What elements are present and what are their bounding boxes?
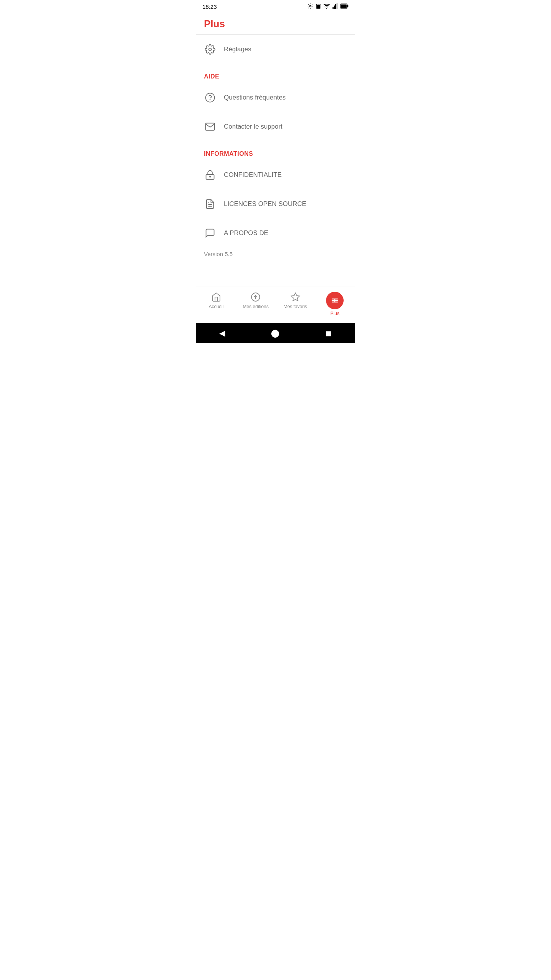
confidentialite-item[interactable]: CONFIDENTIALITE [196, 160, 355, 189]
mes-favoris-icon [290, 292, 301, 302]
faq-item[interactable]: Questions fréquentes [196, 83, 355, 112]
battery-icon [340, 3, 349, 10]
support-icon [204, 121, 216, 133]
page-header: Plus [196, 12, 355, 35]
svg-rect-2 [317, 3, 318, 5]
licences-icon [204, 198, 216, 210]
confidentialite-icon [204, 169, 216, 181]
apropos-label: A PROPOS DE [224, 229, 268, 237]
nav-mes-favoris[interactable]: Mes favoris [276, 289, 315, 318]
svg-rect-11 [347, 5, 348, 7]
svg-rect-9 [337, 3, 338, 9]
accueil-label: Accueil [209, 304, 223, 309]
support-item[interactable]: Contacter le support [196, 112, 355, 141]
status-bar: 18:23 [196, 0, 355, 12]
back-button[interactable]: ◀ [219, 328, 225, 338]
licences-label: LICENCES OPEN SOURCE [224, 200, 306, 208]
nav-accueil[interactable]: Accueil [196, 289, 236, 318]
status-time: 18:23 [202, 3, 217, 10]
apropos-item[interactable]: A PROPOS DE [196, 219, 355, 248]
svg-rect-12 [341, 5, 347, 8]
mes-editions-label: Mes éditions [243, 304, 269, 309]
aide-section-header: AIDE [196, 64, 355, 83]
svg-marker-21 [291, 293, 300, 301]
mes-favoris-label: Mes favoris [284, 304, 307, 309]
status-icons [307, 3, 349, 10]
reglages-label: Réglages [224, 46, 251, 53]
svg-rect-3 [318, 3, 318, 5]
mes-editions-icon [250, 292, 261, 302]
content-area: Réglages AIDE Questions fréquentes Conta… [196, 35, 355, 286]
reglages-icon [204, 43, 216, 56]
home-button[interactable]: ⬤ [271, 328, 279, 338]
informations-title: INFORMATIONS [204, 150, 253, 157]
svg-rect-6 [333, 7, 334, 9]
page-title: Plus [204, 18, 347, 30]
apropos-icon [204, 227, 216, 239]
svg-point-13 [209, 48, 212, 51]
settings-status-icon [307, 3, 313, 10]
svg-point-0 [310, 5, 311, 7]
faq-label: Questions fréquentes [224, 94, 286, 101]
plus-label: Plus [331, 311, 339, 316]
bottom-nav: Accueil Mes éditions Mes favoris [196, 286, 355, 323]
confidentialite-label: CONFIDENTIALITE [224, 171, 282, 179]
svg-point-5 [326, 8, 327, 9]
svg-rect-7 [334, 6, 335, 9]
plus-icon [326, 292, 344, 309]
nav-plus[interactable]: Plus [315, 289, 355, 318]
faq-icon [204, 91, 216, 104]
informations-section-header: INFORMATIONS [196, 141, 355, 160]
nav-mes-editions[interactable]: Mes éditions [236, 289, 276, 318]
wifi-icon [323, 3, 330, 10]
sd-status-icon [316, 3, 321, 10]
reglages-item[interactable]: Réglages [196, 35, 355, 64]
signal-icon [333, 3, 338, 10]
accueil-icon [211, 292, 222, 302]
svg-point-14 [205, 93, 214, 102]
svg-rect-8 [335, 4, 336, 9]
svg-rect-4 [319, 3, 320, 5]
svg-point-17 [210, 176, 210, 177]
version-text: Version 5.5 [196, 248, 355, 266]
licences-item[interactable]: LICENCES OPEN SOURCE [196, 189, 355, 219]
android-nav-bar: ◀ ⬤ ◼ [196, 323, 355, 343]
support-label: Contacter le support [224, 123, 282, 131]
aide-title: AIDE [204, 73, 219, 80]
recents-button[interactable]: ◼ [325, 328, 332, 338]
